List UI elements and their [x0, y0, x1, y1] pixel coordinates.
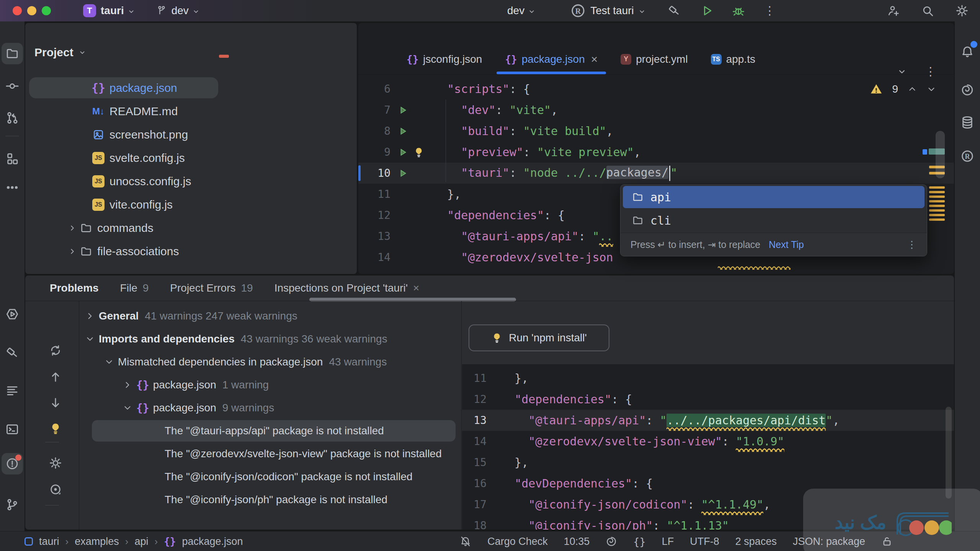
- tree-item-screenshot[interactable]: screenshot.png: [25, 123, 357, 146]
- database-icon[interactable]: [957, 112, 978, 133]
- tab-package-json[interactable]: {} package.json ×: [493, 44, 609, 74]
- problem-row-codicon[interactable]: The "@iconify-json/codicon" package is n…: [79, 465, 461, 488]
- breadcrumb-examples[interactable]: examples: [75, 536, 119, 548]
- run-script-icon[interactable]: [398, 168, 408, 178]
- pull-requests-icon[interactable]: [2, 107, 23, 129]
- services-icon[interactable]: [2, 303, 23, 325]
- inspect-target-icon[interactable]: [47, 481, 64, 498]
- code-line[interactable]: 8 "build": "vite build",: [358, 121, 954, 142]
- ai-assistant-icon[interactable]: [957, 79, 978, 101]
- arrow-down-icon[interactable]: [47, 395, 64, 411]
- ai-assistant-icon[interactable]: [606, 536, 617, 547]
- run-npm-install-button[interactable]: Run 'npm install': [469, 324, 609, 351]
- tree-file-package-json-9[interactable]: {} package.json9 warnings: [79, 396, 461, 419]
- version-control-icon[interactable]: [2, 494, 23, 515]
- code-line[interactable]: 7 "dev": "vite",: [358, 99, 954, 121]
- status-indent[interactable]: 2 spaces: [735, 536, 777, 548]
- completion-item-cli[interactable]: cli: [623, 209, 924, 231]
- code-line[interactable]: 6 "scripts": {: [358, 78, 954, 99]
- close-tab-icon[interactable]: ×: [591, 53, 598, 66]
- tree-item-package-json[interactable]: {} package.json: [25, 76, 357, 99]
- more-actions-icon[interactable]: ⋮: [764, 5, 776, 16]
- lightbulb-icon[interactable]: [47, 420, 64, 437]
- braces-icon[interactable]: {}: [633, 536, 646, 548]
- completion-item-api[interactable]: api: [623, 186, 924, 208]
- more-icon[interactable]: ⋮: [907, 240, 917, 249]
- tab-project-errors[interactable]: Project Errors19: [170, 282, 253, 294]
- breadcrumb-package-json[interactable]: package.json: [182, 536, 243, 548]
- code-line[interactable]: 9 "preview": "vite preview",: [358, 142, 954, 163]
- structure-icon[interactable]: [2, 148, 23, 170]
- zoom-window-button[interactable]: [42, 6, 51, 15]
- todo-icon[interactable]: [2, 380, 23, 401]
- debug-icon[interactable]: [732, 4, 745, 17]
- project-avatar[interactable]: T: [83, 4, 96, 17]
- run-env-selector[interactable]: dev: [507, 5, 524, 17]
- project-panel-header[interactable]: Project: [34, 46, 87, 59]
- search-icon[interactable]: [921, 4, 934, 17]
- notifications-muted-icon[interactable]: [460, 536, 471, 547]
- commit-icon[interactable]: [2, 75, 23, 97]
- status-encoding[interactable]: UTF-8: [690, 536, 719, 548]
- tab-jsconfig-json[interactable]: {} jsconfig.json: [395, 44, 493, 74]
- settings-gear-icon[interactable]: [956, 4, 969, 17]
- status-cargo-check[interactable]: Cargo Check: [487, 536, 548, 548]
- close-window-button[interactable]: [13, 6, 22, 15]
- problem-row-tauri-apps-api[interactable]: The "@tauri-apps/api" package is not ins…: [79, 419, 461, 442]
- problem-row-ph[interactable]: The "@iconify-json/ph" package is not in…: [79, 488, 461, 511]
- code-line[interactable]: 10 "tauri": "node ../../packages/": [358, 163, 954, 184]
- code-line[interactable]: 12 "dependencies": {: [462, 389, 954, 410]
- tab-app-ts[interactable]: TS app.ts: [699, 44, 767, 74]
- code-line[interactable]: 13 "@tauri-apps/api": "../../packages/ap…: [462, 410, 954, 431]
- tree-group-imports[interactable]: Imports and dependencies43 warnings 36 w…: [79, 328, 461, 350]
- run-icon[interactable]: [701, 4, 714, 17]
- breadcrumb-api[interactable]: api: [134, 536, 148, 548]
- status-clock[interactable]: 10:35: [564, 536, 590, 548]
- code-line[interactable]: 14 "@zerodevx/svelte-json-view": "1.0.9": [462, 431, 954, 452]
- project-selector[interactable]: tauri: [101, 5, 124, 17]
- tree-item-file-associations[interactable]: file-associations: [25, 240, 357, 263]
- more-tool-windows-icon[interactable]: [2, 177, 23, 198]
- more-tabs-icon[interactable]: ⋮: [925, 66, 936, 77]
- chevron-down-icon[interactable]: [897, 66, 907, 77]
- tree-item-unocss-config[interactable]: JS unocss.config.js: [25, 170, 357, 193]
- tab-file[interactable]: File9: [120, 282, 149, 294]
- tree-item-vite-config[interactable]: JS vite.config.js: [25, 193, 357, 216]
- status-line-ending[interactable]: LF: [662, 536, 674, 548]
- code-line[interactable]: 15 },: [462, 452, 954, 473]
- build-hammer-icon[interactable]: [2, 342, 23, 364]
- build-hammer-icon[interactable]: [668, 4, 681, 17]
- terminal-icon[interactable]: [2, 419, 23, 440]
- tree-group-mismatched[interactable]: Mismatched dependencies in package.json4…: [79, 350, 461, 373]
- run-script-icon[interactable]: [398, 126, 408, 136]
- run-config-selector[interactable]: Test tauri: [590, 5, 634, 17]
- scrollbar-thumb[interactable]: [946, 407, 952, 499]
- intention-bulb-icon[interactable]: [413, 147, 425, 158]
- collaborate-icon[interactable]: [887, 4, 900, 17]
- tree-group-general[interactable]: General41 warnings 247 weak warnings: [79, 305, 461, 328]
- problems-icon[interactable]: [2, 453, 23, 474]
- tab-project-yml[interactable]: Y project.yml: [609, 44, 699, 74]
- code-line[interactable]: 11 },: [462, 368, 954, 389]
- tab-inspections[interactable]: Inspections on Project 'tauri' ×: [274, 282, 420, 294]
- breadcrumb-tauri[interactable]: tauri: [39, 536, 59, 548]
- refresh-icon[interactable]: [47, 342, 64, 359]
- close-tab-icon[interactable]: ×: [413, 282, 419, 294]
- arrow-up-icon[interactable]: [47, 368, 64, 385]
- rust-cargo-icon[interactable]: R: [957, 145, 978, 167]
- settings-gear-icon[interactable]: [47, 455, 64, 471]
- tree-item-readme[interactable]: M↓ README.md: [25, 99, 357, 123]
- run-script-icon[interactable]: [398, 147, 408, 157]
- tree-item-svelte-config[interactable]: JS svelte.config.js: [25, 146, 357, 170]
- problem-row-zerodevx[interactable]: The "@zerodevx/svelte-json-view" package…: [79, 442, 461, 465]
- project-folder-icon[interactable]: [2, 43, 23, 64]
- branch-selector[interactable]: dev: [172, 5, 189, 17]
- minimize-window-button[interactable]: [27, 6, 36, 15]
- tree-file-package-json-1[interactable]: {} package.json1 warning: [79, 373, 461, 396]
- tree-item-commands[interactable]: commands: [25, 216, 357, 240]
- run-script-icon[interactable]: [398, 105, 408, 115]
- next-tip-link[interactable]: Next Tip: [769, 239, 804, 250]
- scrollbar-thumb[interactable]: [936, 131, 945, 178]
- notifications-bell-icon[interactable]: [957, 41, 978, 62]
- expand-chevron-icon[interactable]: [47, 529, 64, 530]
